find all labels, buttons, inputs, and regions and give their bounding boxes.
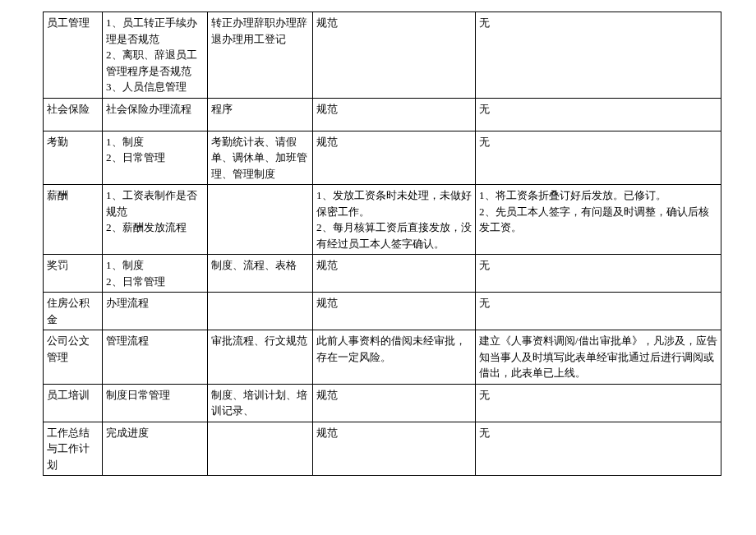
cell: 住房公积金 [44, 293, 103, 330]
audit-table: 员工管理 1、员工转正手续办理是否规范2、离职、辞退员工管理程序是否规范3、人员… [43, 12, 721, 476]
cell: 无 [476, 12, 721, 99]
table-row: 薪酬 1、工资表制作是否规范2、薪酬发放流程 1、发放工资条时未处理，未做好保密… [44, 185, 721, 255]
cell [208, 422, 313, 476]
cell: 社会保险 [44, 98, 103, 131]
cell [208, 185, 313, 255]
cell: 无 [476, 422, 721, 476]
cell: 公司公文管理 [44, 330, 103, 385]
cell: 制度日常管理 [103, 384, 208, 422]
cell: 社会保险办理流程 [103, 98, 208, 131]
cell: 办理流程 [103, 293, 208, 330]
table-row: 员工管理 1、员工转正手续办理是否规范2、离职、辞退员工管理程序是否规范3、人员… [44, 12, 721, 99]
cell: 1、员工转正手续办理是否规范2、离职、辞退员工管理程序是否规范3、人员信息管理 [103, 12, 208, 99]
cell: 规范 [313, 255, 476, 293]
table-row: 社会保险 社会保险办理流程 程序 规范 无 [44, 98, 721, 131]
cell: 程序 [208, 98, 313, 131]
cell: 1、将工资条折叠订好后发放。已修订。2、先员工本人签字，有问题及时调整，确认后核… [476, 185, 721, 255]
cell [208, 293, 313, 330]
cell: 1、制度2、日常管理 [103, 255, 208, 293]
cell: 员工培训 [44, 384, 103, 422]
cell: 审批流程、行文规范 [208, 330, 313, 385]
cell: 1、工资表制作是否规范2、薪酬发放流程 [103, 185, 208, 255]
cell: 无 [476, 293, 721, 330]
cell: 规范 [313, 12, 476, 99]
cell: 规范 [313, 422, 476, 476]
cell: 1、发放工资条时未处理，未做好保密工作。2、每月核算工资后直接发放，没有经过员工… [313, 185, 476, 255]
cell: 薪酬 [44, 185, 103, 255]
cell: 考勤 [44, 131, 103, 185]
cell: 规范 [313, 131, 476, 185]
table-row: 奖罚 1、制度2、日常管理 制度、流程、表格 规范 无 [44, 255, 721, 293]
table-row: 住房公积金 办理流程 规范 无 [44, 293, 721, 330]
cell: 管理流程 [103, 330, 208, 385]
cell: 制度、流程、表格 [208, 255, 313, 293]
cell: 考勤统计表、请假单、调休单、加班管理、管理制度 [208, 131, 313, 185]
cell: 此前人事资料的借阅未经审批，存在一定风险。 [313, 330, 476, 385]
cell: 无 [476, 98, 721, 131]
cell: 规范 [313, 293, 476, 330]
page-container: 员工管理 1、员工转正手续办理是否规范2、离职、辞退员工管理程序是否规范3、人员… [0, 0, 756, 500]
cell: 工作总结与工作计划 [44, 422, 103, 476]
table-row: 工作总结与工作计划 完成进度 规范 无 [44, 422, 721, 476]
cell: 完成进度 [103, 422, 208, 476]
cell: 无 [476, 131, 721, 185]
cell: 无 [476, 255, 721, 293]
cell: 无 [476, 384, 721, 422]
cell: 奖罚 [44, 255, 103, 293]
table-row: 公司公文管理 管理流程 审批流程、行文规范 此前人事资料的借阅未经审批，存在一定… [44, 330, 721, 385]
cell: 员工管理 [44, 12, 103, 99]
table-row: 员工培训 制度日常管理 制度、培训计划、培训记录、 规范 无 [44, 384, 721, 422]
table-row: 考勤 1、制度2、日常管理 考勤统计表、请假单、调休单、加班管理、管理制度 规范… [44, 131, 721, 185]
cell: 1、制度2、日常管理 [103, 131, 208, 185]
cell: 制度、培训计划、培训记录、 [208, 384, 313, 422]
cell: 建立《人事资料调阅/借出审批单》，凡涉及，应告知当事人及时填写此表单经审批通过后… [476, 330, 721, 385]
cell: 转正办理辞职办理辞退办理用工登记 [208, 12, 313, 99]
cell: 规范 [313, 384, 476, 422]
cell: 规范 [313, 98, 476, 131]
